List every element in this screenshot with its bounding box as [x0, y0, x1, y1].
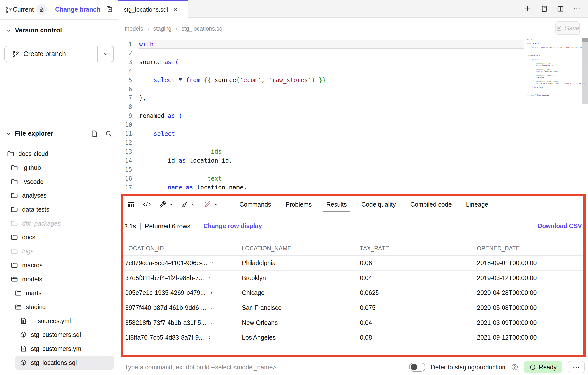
code-line[interactable]: id as location_id, — [139, 156, 233, 165]
code-line[interactable]: ), — [139, 94, 146, 102]
table-cell: 2020-04-28T00:00:00 — [475, 285, 583, 300]
help-icon[interactable] — [511, 363, 518, 371]
create-branch-button[interactable]: Create branch — [4, 46, 114, 62]
file-item-label: docs — [22, 234, 35, 241]
code-line[interactable]: renamed as ( — [139, 111, 182, 120]
code-editor[interactable]: 1234567891011121314151617 withsource as … — [118, 40, 588, 194]
panel-tab-compiled-code[interactable]: Compiled code — [410, 196, 452, 212]
file-item-stg-customers-sql[interactable]: stg_customers.sql — [0, 328, 118, 342]
panel-toolbar: CommandsProblemsResultsCode qualityCompi… — [123, 196, 583, 212]
panel-tab-commands[interactable]: Commands — [239, 196, 271, 212]
copy-icon[interactable] — [105, 5, 113, 13]
download-csv-link[interactable]: Download CSV — [538, 222, 582, 230]
folder-icon — [14, 289, 22, 297]
table-cell: 2021-09-12T00:00:00 — [475, 330, 583, 345]
expand-cell-icon[interactable] — [207, 276, 212, 280]
defer-toggle[interactable] — [409, 363, 425, 372]
expand-cell-icon[interactable] — [210, 306, 214, 310]
create-branch-dropdown[interactable] — [97, 46, 113, 62]
minimap-line: ---------- numerics — [527, 74, 585, 76]
table-cell: 005e7e1c-1935-4269-b479... — [123, 285, 240, 300]
command-input[interactable]: Type a command, ex. dbt build --select <… — [125, 359, 276, 375]
status-badge[interactable]: Ready — [524, 361, 562, 373]
code-line[interactable]: ---------- ids — [139, 147, 222, 156]
split-editor-icon[interactable] — [557, 5, 564, 13]
column-header: LOCATION_NAME — [240, 241, 358, 256]
minimap[interactable]: withsource as ( select * from {{ source(… — [527, 39, 585, 96]
tab-stg-locations[interactable]: stg_locations.sql — [118, 0, 188, 18]
change-row-display-link[interactable]: Change row display — [203, 222, 262, 230]
file-item--github[interactable]: .github — [0, 161, 118, 175]
panel-tab-code-quality[interactable]: Code quality — [361, 196, 396, 212]
table-row[interactable]: 858218fb-73f7-4b1b-a31f-5...New Orleans0… — [123, 315, 583, 330]
panel-tab-lineage[interactable]: Lineage — [466, 196, 488, 212]
file-item-label: .vscode — [22, 178, 43, 185]
minimap-line: select * from {{ source('ecom', 'raw_sto… — [527, 47, 585, 48]
table-cell: 7c079cea-5ed4-4101-906e-... — [123, 256, 240, 271]
breadcrumb[interactable]: models›staging›stg_locations.sql — [125, 18, 224, 40]
breadcrumb-item[interactable]: staging — [153, 25, 171, 32]
file-item-dbt-packages[interactable]: dbt_packages — [0, 216, 118, 230]
code-line[interactable]: name as location_name, — [139, 183, 247, 192]
minimap-line — [527, 45, 585, 47]
table-row[interactable]: 37e5f311-b7f4-4f2f-988b-7...Brooklyn0.04… — [123, 271, 583, 285]
change-branch-link[interactable]: Change branch — [55, 6, 100, 13]
minimap-line: with — [527, 39, 585, 41]
table-cell: San Francisco — [240, 300, 358, 315]
scrollbar-thumb[interactable] — [582, 38, 588, 42]
file-item-analyses[interactable]: analyses — [0, 188, 118, 202]
new-file-icon[interactable] — [91, 130, 98, 137]
ai-magic-pen-dropdown[interactable] — [203, 200, 219, 208]
broom-icon — [181, 200, 189, 208]
file-item-stg-customers-yml[interactable]: stg_customers.yml — [0, 342, 118, 356]
results-table-icon[interactable] — [127, 200, 135, 208]
table-row[interactable]: 7c079cea-5ed4-4101-906e-...Philadelphia0… — [123, 256, 583, 271]
chevron-down-icon — [168, 202, 173, 207]
breadcrumb-item[interactable]: stg_locations.sql — [181, 25, 224, 32]
code-line[interactable]: ---------- text — [139, 174, 222, 183]
more-options-icon[interactable] — [568, 361, 585, 373]
file-item-data-tests[interactable]: data-tests — [0, 202, 118, 216]
line-number: 16 — [118, 174, 132, 183]
code-line[interactable]: select — [139, 129, 175, 138]
new-tab-plus-icon[interactable] — [524, 5, 531, 13]
expand-cell-icon[interactable] — [207, 335, 212, 340]
search-icon[interactable] — [105, 130, 112, 137]
file-item-stg-locations-sql[interactable]: stg_locations.sql — [15, 356, 114, 370]
editor-scrollbar[interactable] — [582, 38, 588, 104]
table-row[interactable]: 1f8ffa70-7cb5-4d83-8a7f-9...Los Angeles0… — [123, 330, 583, 345]
indent-guide — [140, 120, 140, 192]
code-icon[interactable] — [143, 201, 151, 208]
code-line[interactable]: source as ( — [139, 58, 179, 67]
notebook-icon[interactable] — [540, 5, 548, 13]
expand-cell-icon[interactable] — [210, 261, 215, 265]
breadcrumb-item[interactable]: models — [125, 25, 143, 32]
minimap-line: select — [527, 58, 585, 60]
build-wrench-dropdown[interactable] — [159, 200, 173, 208]
location-id-value: 7c079cea-5ed4-4101-906e-... — [125, 259, 207, 267]
file-item-staging[interactable]: staging — [0, 300, 118, 314]
table-cell: Chicago — [240, 285, 358, 300]
file-item-models[interactable]: models — [0, 272, 118, 286]
lint-broom-dropdown[interactable] — [181, 200, 196, 208]
panel-tab-problems[interactable]: Problems — [286, 196, 312, 212]
file-item-docs-cloud[interactable]: docs-cloud — [0, 147, 118, 161]
expand-cell-icon[interactable] — [209, 291, 213, 295]
code-line[interactable]: with — [139, 40, 154, 49]
table-row[interactable]: 005e7e1c-1935-4269-b479...Chicago0.06252… — [123, 285, 583, 300]
expand-cell-icon[interactable] — [210, 321, 214, 325]
more-options-icon[interactable] — [573, 5, 581, 13]
table-row[interactable]: 3977f440-b87d-461b-9dd6-...San Francisco… — [123, 300, 583, 315]
file-item-macros[interactable]: macros — [0, 258, 118, 272]
save-button[interactable]: Save — [555, 21, 580, 35]
version-control-header[interactable]: Version control — [6, 26, 62, 34]
file-item--vscode[interactable]: .vscode — [0, 175, 118, 188]
chevron-down-icon[interactable] — [6, 131, 11, 136]
file-item-marts[interactable]: marts — [0, 286, 118, 300]
file-item-logs[interactable]: logs — [0, 244, 118, 258]
file-item-docs[interactable]: docs — [0, 230, 118, 244]
close-icon[interactable] — [173, 7, 178, 12]
file-item--sources-yml[interactable]: __sources.yml — [0, 314, 118, 328]
panel-tab-results[interactable]: Results — [326, 196, 347, 212]
code-line[interactable]: select * from {{ source('ecom', 'raw_sto… — [139, 76, 326, 85]
